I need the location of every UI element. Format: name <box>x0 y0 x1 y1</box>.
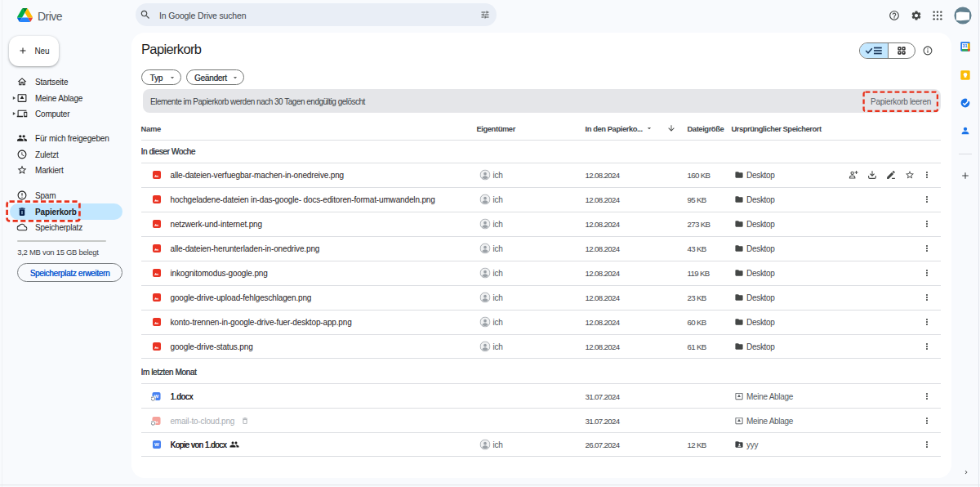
svg-text:31: 31 <box>962 43 967 48</box>
svg-text:W: W <box>154 441 159 447</box>
